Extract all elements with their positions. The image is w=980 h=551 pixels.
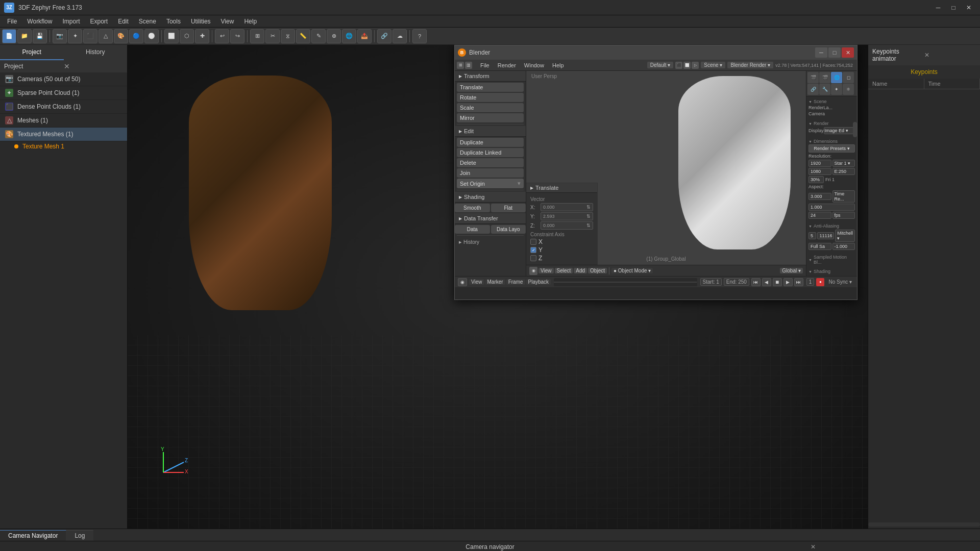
toolbar-lasso[interactable]: ⬡ [180, 29, 194, 43]
blender-full-sample-val-field[interactable]: -1.000 [832, 243, 855, 250]
blender-view-btn[interactable]: View [538, 268, 554, 273]
toolbar-sparse[interactable]: ✦ [68, 29, 82, 43]
blender-x-field[interactable]: 0.000 ⇅ [541, 203, 593, 211]
blender-scene-selector[interactable]: Scene ▾ [701, 62, 725, 68]
blender-image-editor-selector[interactable]: Image Ed ▾ [824, 127, 855, 134]
toolbar-control-pts[interactable]: ⊕ [327, 29, 341, 43]
blender-axis-y-checkbox[interactable] [530, 247, 536, 253]
menu-help[interactable]: Help [239, 15, 262, 28]
textured-meshes-item[interactable]: 🎨 Textured Meshes (1) [0, 128, 127, 141]
blender-object-btn[interactable]: Object [588, 268, 607, 273]
blender-toolbar-icon-2[interactable]: ▥ [465, 62, 472, 69]
blender-jump-start-btn[interactable]: ⏮ [751, 278, 761, 286]
blender-render-prop-icon[interactable]: 🎬 [807, 72, 819, 83]
tab-history[interactable]: History [64, 45, 128, 60]
blender-scene-title[interactable]: Scene [808, 99, 855, 104]
keypoints-scrollbar[interactable] [868, 522, 980, 527]
blender-toolbar-icon-1[interactable]: ⊞ [457, 62, 464, 69]
toolbar-measure[interactable]: 📏 [296, 29, 310, 43]
blender-play-back-btn[interactable]: ◀ [762, 278, 771, 286]
blender-delete-btn[interactable]: Delete [457, 158, 524, 167]
blender-constraint-prop-icon[interactable]: 🔗 [807, 84, 819, 95]
menu-import[interactable]: Import [57, 15, 85, 28]
blender-frame-end-field[interactable]: E:250 [832, 168, 855, 175]
blender-rotate-btn[interactable]: Rotate [457, 93, 524, 102]
toolbar-zoom-fit[interactable]: ⊞ [250, 29, 264, 43]
blender-header-icon-1[interactable]: ⬛ [675, 62, 682, 69]
blender-close-button[interactable]: ✕ [842, 47, 854, 58]
blender-no-sync-btn[interactable]: No Sync ▾ [826, 279, 854, 285]
blender-timeline-view-btn[interactable]: View [469, 279, 484, 285]
blender-start-frame[interactable]: Start: 1 [700, 278, 722, 286]
blender-renderer-selector[interactable]: Blender Render ▾ [727, 62, 773, 68]
blender-menu-file[interactable]: File [476, 61, 494, 69]
toolbar-filter[interactable]: ⧖ [281, 29, 295, 43]
blender-set-origin-btn[interactable]: Set Origin ▾ [457, 179, 524, 188]
menu-tools[interactable]: Tools [161, 15, 186, 28]
blender-translate-header[interactable]: Translate [526, 183, 597, 193]
main-viewport[interactable]: Z X Y B Blender ─ □ ✕ ⊞ ▥ File [128, 45, 868, 529]
tab-project[interactable]: Project [0, 45, 64, 60]
blender-shading-header[interactable]: Shading [455, 192, 526, 203]
blender-render-presets-btn[interactable]: Render Presets ▾ [808, 144, 855, 153]
blender-minimize-button[interactable]: ─ [815, 47, 827, 58]
sparse-item[interactable]: ✦ Sparse Point Cloud (1) [0, 86, 127, 100]
blender-full-sample-field[interactable]: Full Sa [808, 243, 831, 250]
blender-timeline-play-btn[interactable]: ◉ [458, 278, 467, 286]
tab-camera-navigator[interactable]: Camera Navigator [0, 530, 66, 541]
blender-z-spinner[interactable]: ⇅ [586, 223, 591, 228]
menu-view[interactable]: View [216, 15, 239, 28]
toolbar-cut[interactable]: ✂ [265, 29, 280, 43]
panel-close-icon[interactable]: ✕ [64, 62, 124, 70]
blender-vp-btn-1[interactable]: ◉ [529, 267, 537, 275]
blender-scrollbar[interactable] [853, 122, 857, 137]
menu-file[interactable]: File [2, 15, 22, 28]
blender-data-layout-btn[interactable]: Data Layo [491, 225, 526, 234]
blender-z-field[interactable]: 0.000 ⇅ [541, 221, 593, 230]
blender-aa-title[interactable]: Anti-Aliasing [808, 223, 855, 229]
menu-utilities[interactable]: Utilities [186, 15, 216, 28]
blender-axis-z-checkbox[interactable] [530, 255, 536, 261]
blender-object-mode-btn[interactable]: ● Object Mode ▾ [611, 268, 653, 273]
blender-history-item[interactable]: History [455, 237, 526, 247]
blender-mirror-btn[interactable]: Mirror [457, 113, 524, 122]
blender-timeline-track[interactable] [554, 278, 697, 286]
blender-select-btn[interactable]: Select [555, 268, 573, 273]
blender-axis-x-checkbox[interactable] [530, 239, 536, 245]
right-panel-close-icon[interactable]: ✕ [924, 52, 976, 59]
toolbar-sphere[interactable]: ⚪ [144, 29, 159, 43]
blender-timeline-marker-btn[interactable]: Marker [485, 279, 505, 285]
toolbar-undo[interactable]: ↩ [215, 29, 229, 43]
blender-scale-btn[interactable]: Scale [457, 103, 524, 112]
close-button[interactable]: ✕ [962, 2, 976, 13]
camera-nav-close-icon[interactable]: ✕ [652, 543, 975, 550]
toolbar-redo[interactable]: ↪ [230, 29, 244, 43]
menu-scene[interactable]: Scene [134, 15, 161, 28]
blender-modifier-prop-icon[interactable]: 🔧 [819, 84, 830, 95]
blender-menu-render[interactable]: Render [494, 61, 520, 69]
toolbar-annotation[interactable]: ✎ [311, 29, 326, 43]
cameras-item[interactable]: 📷 Cameras (50 out of 50) [0, 72, 127, 86]
blender-data-btn[interactable]: Data [455, 225, 490, 234]
tab-log[interactable]: Log [66, 530, 93, 541]
toolbar-select[interactable]: ⬜ [164, 29, 179, 43]
toolbar-mesh[interactable]: △ [99, 29, 113, 43]
toolbar-gps[interactable]: 🌐 [342, 29, 356, 43]
blender-world-prop-icon[interactable]: 🌐 [831, 72, 842, 83]
toolbar-help[interactable]: ? [412, 29, 427, 43]
blender-flat-btn[interactable]: Flat [491, 204, 526, 212]
toolbar-nav[interactable]: ✚ [195, 29, 209, 43]
blender-dimensions-title[interactable]: Dimensions [808, 139, 855, 144]
blender-timeline-playback-btn[interactable]: Playback [526, 279, 551, 285]
blender-fps-unit-field[interactable]: fps [832, 212, 855, 219]
blender-duplicate-linked-btn[interactable]: Duplicate Linked [457, 148, 524, 157]
blender-header-icon-2[interactable]: ⬜ [683, 62, 691, 69]
blender-add-btn[interactable]: Add [574, 268, 587, 273]
blender-viewport[interactable]: User Persp ◉ View Select Add Object [526, 71, 806, 276]
blender-physics-prop-icon[interactable]: ⚛ [843, 84, 854, 95]
toolbar-cloud[interactable]: ☁ [393, 29, 407, 43]
blender-sample-count-field[interactable]: 5 [808, 232, 816, 239]
blender-edit-header[interactable]: Edit [455, 126, 526, 137]
blender-menu-help[interactable]: Help [548, 61, 568, 69]
blender-header-icon-3[interactable]: ▷ [692, 62, 699, 69]
